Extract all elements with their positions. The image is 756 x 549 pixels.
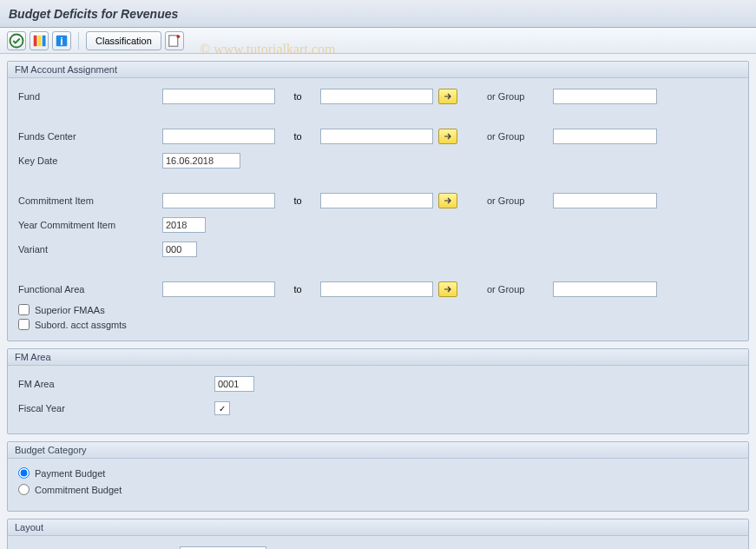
year-ci-label: Year Commitment Item [18, 220, 157, 230]
fm-account-assignment-group: FM Account Assignment Fund to or Group F… [7, 61, 749, 341]
commitment-budget-radio[interactable] [18, 484, 30, 495]
subord-checkbox-row: Subord. acct assgmts [18, 319, 738, 330]
main-canvas: FM Account Assignment Fund to or Group F… [0, 54, 756, 549]
arrow-right-icon [444, 285, 452, 294]
classification-button[interactable]: Classification [86, 31, 161, 50]
funds-center-group-input[interactable] [553, 129, 657, 144]
fiscal-year-row: Fiscal Year ✓ [18, 399, 738, 418]
group-header-fm-assign: FM Account Assignment [8, 62, 748, 78]
or-group-label: or Group [487, 131, 548, 142]
variant-label: Variant [18, 244, 157, 255]
commitment-item-label: Commitment Item [18, 195, 157, 206]
page-title: Budget Deficits for Revenues [9, 7, 178, 21]
functional-area-multi-select-button[interactable] [438, 281, 457, 297]
commitment-item-from-input[interactable] [162, 193, 275, 208]
superior-fmaas-checkbox[interactable] [18, 304, 30, 315]
commitment-item-to-input[interactable] [320, 193, 433, 208]
superior-fmaas-checkbox-row: Superior FMAAs [18, 304, 738, 315]
variant-icon [30, 32, 48, 50]
or-group-label: or Group [487, 195, 548, 206]
layout-row: Layout [18, 545, 738, 549]
svg-rect-1 [34, 35, 37, 46]
funds-center-label: Funds Center [18, 131, 157, 142]
fund-to-input[interactable] [320, 89, 433, 104]
to-label: to [280, 91, 315, 102]
functional-area-to-input[interactable] [320, 281, 433, 297]
info-button[interactable]: i [52, 31, 71, 50]
application-toolbar: i Classification [0, 28, 756, 54]
fiscal-year-checkbox[interactable]: ✓ [214, 401, 230, 415]
funds-center-to-input[interactable] [320, 129, 433, 144]
execute-icon [8, 32, 25, 50]
title-bar: Budget Deficits for Revenues [0, 0, 756, 28]
commitment-budget-radio-row: Commitment Budget [18, 484, 738, 495]
variant-input[interactable] [162, 241, 197, 257]
fund-multi-select-button[interactable] [438, 89, 457, 104]
superior-fmaas-label: Superior FMAAs [35, 305, 105, 315]
fund-group-input[interactable] [553, 89, 657, 104]
fm-area-group: FM Area FM Area Fiscal Year ✓ [7, 348, 749, 434]
classification-label: Classification [95, 36, 152, 46]
new-icon [166, 32, 183, 50]
fiscal-year-label: Fiscal Year [18, 403, 209, 413]
commitment-item-row: Commitment Item to or Group [18, 191, 738, 210]
checkmark-icon: ✓ [219, 404, 226, 413]
group-header-budget-cat: Budget Category [8, 442, 748, 459]
functional-area-label: Functional Area [18, 284, 157, 294]
payment-budget-radio[interactable] [18, 467, 30, 479]
to-label: to [280, 195, 315, 206]
year-ci-input[interactable] [162, 217, 206, 233]
layout-group: Layout Layout [7, 519, 749, 549]
arrow-right-icon [444, 92, 452, 101]
to-label: to [280, 131, 315, 142]
budget-category-group: Budget Category Payment Budget Commitmen… [7, 441, 749, 512]
group-header-fm-area: FM Area [8, 349, 748, 366]
svg-rect-2 [38, 35, 42, 46]
subord-label: Subord. acct assgmts [35, 320, 127, 330]
functional-area-row: Functional Area to or Group [18, 280, 738, 299]
variant-row: Variant [18, 240, 738, 259]
funds-center-multi-select-button[interactable] [438, 129, 457, 144]
fund-row: Fund to or Group [18, 87, 738, 106]
or-group-label: or Group [487, 91, 548, 102]
functional-area-from-input[interactable] [162, 281, 275, 297]
functional-area-group-input[interactable] [553, 281, 657, 297]
fm-area-label: FM Area [18, 379, 209, 389]
key-date-row: Key Date [18, 151, 738, 170]
svg-text:i: i [60, 36, 62, 48]
arrow-right-icon [444, 132, 452, 141]
svg-rect-3 [43, 35, 46, 46]
commitment-item-multi-select-button[interactable] [438, 193, 457, 208]
new-button[interactable] [165, 31, 184, 50]
payment-budget-radio-row: Payment Budget [18, 467, 738, 479]
year-ci-row: Year Commitment Item [18, 215, 738, 235]
key-date-input[interactable] [162, 153, 240, 169]
to-label: to [280, 284, 315, 294]
commitment-item-group-input[interactable] [553, 193, 657, 208]
fund-from-input[interactable] [162, 89, 275, 104]
variant-button[interactable] [30, 31, 49, 50]
arrow-right-icon [444, 196, 452, 205]
subord-checkbox[interactable] [18, 319, 30, 330]
execute-button[interactable] [7, 31, 26, 50]
info-icon: i [53, 32, 70, 50]
toolbar-separator [78, 32, 79, 50]
payment-budget-label: Payment Budget [35, 468, 105, 479]
key-date-label: Key Date [18, 155, 157, 166]
fm-area-row: FM Area [18, 374, 738, 394]
funds-center-from-input[interactable] [162, 129, 275, 144]
fm-area-input[interactable] [214, 376, 254, 392]
commitment-budget-label: Commitment Budget [35, 485, 122, 495]
group-header-layout: Layout [8, 519, 748, 536]
fund-label: Fund [18, 91, 157, 102]
funds-center-row: Funds Center to or Group [18, 127, 738, 146]
or-group-label: or Group [487, 284, 548, 294]
svg-rect-6 [169, 35, 178, 46]
